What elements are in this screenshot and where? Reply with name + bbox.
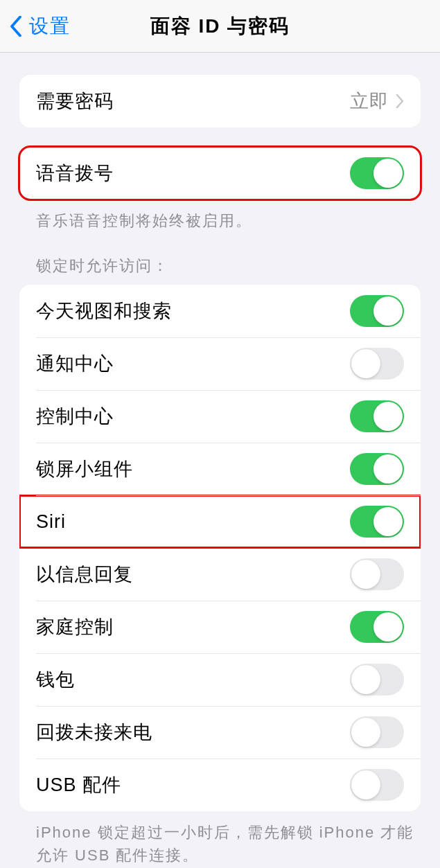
lock-access-row: 通知中心 bbox=[19, 337, 421, 390]
back-label: 设置 bbox=[29, 13, 71, 39]
row-label: 语音拨号 bbox=[36, 161, 114, 186]
row-label: 需要密码 bbox=[36, 89, 114, 114]
row-label: 今天视图和搜索 bbox=[36, 299, 172, 324]
toggle-knob bbox=[373, 612, 403, 641]
lock-access-row: 今天视图和搜索 bbox=[19, 285, 421, 337]
toggle[interactable] bbox=[350, 506, 404, 538]
toggle-knob bbox=[351, 560, 380, 589]
lock-access-header: 锁定时允许访问： bbox=[36, 256, 421, 276]
toggle[interactable] bbox=[350, 611, 404, 643]
toggle-knob bbox=[373, 507, 403, 536]
toggle[interactable] bbox=[350, 295, 404, 327]
toggle[interactable] bbox=[350, 400, 404, 432]
toggle-knob bbox=[351, 665, 380, 694]
content: 需要密码 立即 语音拨号 音乐语音控制将始终被启用。 锁定时允许访问： 今天视图… bbox=[0, 75, 440, 867]
toggle[interactable] bbox=[350, 664, 404, 696]
lock-access-row: 钱包 bbox=[19, 653, 421, 706]
lock-access-row: 控制中心 bbox=[19, 390, 421, 443]
row-label: 回拨未接来电 bbox=[36, 720, 152, 745]
row-trail: 立即 bbox=[350, 89, 404, 114]
voice-dial-toggle[interactable] bbox=[350, 157, 404, 189]
toggle-knob bbox=[351, 349, 380, 378]
row-label: 钱包 bbox=[36, 667, 75, 692]
row-label: 以信息回复 bbox=[36, 562, 133, 587]
row-label: 控制中心 bbox=[36, 404, 114, 429]
toggle-knob bbox=[373, 159, 403, 188]
row-label: USB 配件 bbox=[36, 772, 121, 797]
lock-access-row: 以信息回复 bbox=[19, 548, 421, 601]
toggle-knob bbox=[351, 718, 380, 747]
voice-dial-group: 语音拨号 bbox=[19, 147, 421, 200]
lock-access-footer: iPhone 锁定超过一小时后，需先解锁 iPhone 才能允许 USB 配件连… bbox=[36, 821, 421, 867]
row-label: 通知中心 bbox=[36, 351, 114, 376]
toggle[interactable] bbox=[350, 453, 404, 485]
lock-access-group: 今天视图和搜索通知中心控制中心锁屏小组件Siri以信息回复家庭控制钱包回拨未接来… bbox=[19, 285, 421, 811]
lock-access-row: USB 配件 bbox=[19, 759, 421, 811]
require-passcode-row[interactable]: 需要密码 立即 bbox=[19, 75, 421, 127]
lock-access-row: 家庭控制 bbox=[19, 601, 421, 653]
toggle[interactable] bbox=[350, 348, 404, 380]
toggle-knob bbox=[351, 770, 380, 799]
lock-access-row: 锁屏小组件 bbox=[19, 443, 421, 495]
lock-access-row: Siri bbox=[19, 495, 421, 548]
row-label: 锁屏小组件 bbox=[36, 457, 133, 481]
toggle-knob bbox=[373, 296, 403, 326]
back-button[interactable]: 设置 bbox=[0, 13, 71, 39]
row-value: 立即 bbox=[350, 89, 389, 114]
lock-access-row: 回拨未接来电 bbox=[19, 706, 421, 759]
chevron-right-icon bbox=[396, 94, 404, 108]
row-label: Siri bbox=[36, 511, 66, 533]
nav-bar: 设置 面容 ID 与密码 bbox=[0, 0, 440, 53]
chevron-left-icon bbox=[10, 16, 22, 37]
require-passcode-group: 需要密码 立即 bbox=[19, 75, 421, 127]
toggle[interactable] bbox=[350, 558, 404, 590]
toggle[interactable] bbox=[350, 769, 404, 801]
row-label: 家庭控制 bbox=[36, 614, 114, 639]
toggle[interactable] bbox=[350, 716, 404, 748]
voice-dial-footer: 音乐语音控制将始终被启用。 bbox=[36, 209, 421, 232]
toggle-knob bbox=[373, 454, 403, 484]
toggle-knob bbox=[373, 402, 403, 431]
voice-dial-row: 语音拨号 bbox=[19, 147, 421, 200]
